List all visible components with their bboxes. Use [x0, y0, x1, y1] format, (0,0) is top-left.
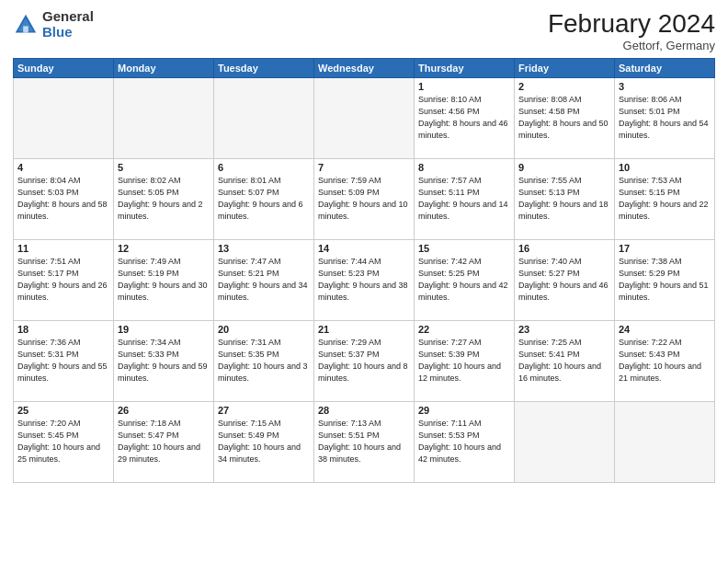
- day-info: Sunrise: 7:51 AMSunset: 5:17 PMDaylight:…: [17, 256, 109, 304]
- col-tuesday: Tuesday: [214, 59, 314, 78]
- logo-blue: Blue: [42, 25, 94, 40]
- table-row: 25Sunrise: 7:20 AMSunset: 5:45 PMDayligh…: [14, 402, 114, 483]
- day-number: 8: [418, 162, 510, 173]
- day-info: Sunrise: 7:42 AMSunset: 5:25 PMDaylight:…: [418, 256, 510, 304]
- day-number: 29: [418, 405, 510, 416]
- day-number: 12: [118, 243, 210, 254]
- table-row: 11Sunrise: 7:51 AMSunset: 5:17 PMDayligh…: [14, 240, 114, 321]
- table-row: [515, 402, 615, 483]
- month-title: February 2024: [548, 9, 715, 39]
- table-row: 19Sunrise: 7:34 AMSunset: 5:33 PMDayligh…: [114, 321, 214, 402]
- table-row: [14, 78, 114, 159]
- day-info: Sunrise: 8:04 AMSunset: 5:03 PMDaylight:…: [17, 175, 109, 223]
- table-row: 23Sunrise: 7:25 AMSunset: 5:41 PMDayligh…: [515, 321, 615, 402]
- table-row: 12Sunrise: 7:49 AMSunset: 5:19 PMDayligh…: [114, 240, 214, 321]
- day-number: 1: [418, 81, 510, 92]
- table-row: 21Sunrise: 7:29 AMSunset: 5:37 PMDayligh…: [314, 321, 415, 402]
- day-info: Sunrise: 7:13 AMSunset: 5:51 PMDaylight:…: [318, 418, 410, 465]
- day-info: Sunrise: 7:31 AMSunset: 5:35 PMDaylight:…: [218, 337, 310, 385]
- day-number: 2: [518, 81, 610, 92]
- day-info: Sunrise: 7:47 AMSunset: 5:21 PMDaylight:…: [218, 256, 310, 304]
- day-number: 6: [218, 162, 310, 173]
- calendar-table: Sunday Monday Tuesday Wednesday Thursday…: [13, 58, 715, 483]
- day-number: 10: [619, 162, 711, 173]
- day-info: Sunrise: 7:53 AMSunset: 5:15 PMDaylight:…: [619, 175, 711, 223]
- day-info: Sunrise: 7:27 AMSunset: 5:39 PMDaylight:…: [418, 337, 510, 385]
- table-row: 15Sunrise: 7:42 AMSunset: 5:25 PMDayligh…: [415, 240, 515, 321]
- page-header: General Blue February 2024 Gettorf, Germ…: [13, 9, 715, 52]
- day-number: 17: [619, 243, 711, 254]
- day-number: 14: [318, 243, 410, 254]
- table-row: 14Sunrise: 7:44 AMSunset: 5:23 PMDayligh…: [314, 240, 415, 321]
- day-info: Sunrise: 7:18 AMSunset: 5:47 PMDaylight:…: [118, 418, 210, 465]
- day-number: 4: [17, 162, 109, 173]
- table-row: 7Sunrise: 7:59 AMSunset: 5:09 PMDaylight…: [314, 159, 415, 240]
- day-info: Sunrise: 7:36 AMSunset: 5:31 PMDaylight:…: [17, 337, 109, 385]
- day-info: Sunrise: 7:25 AMSunset: 5:41 PMDaylight:…: [518, 337, 610, 385]
- day-info: Sunrise: 7:20 AMSunset: 5:45 PMDaylight:…: [17, 418, 109, 465]
- calendar-week-row: 25Sunrise: 7:20 AMSunset: 5:45 PMDayligh…: [14, 402, 715, 483]
- col-sunday: Sunday: [14, 59, 114, 78]
- day-info: Sunrise: 7:22 AMSunset: 5:43 PMDaylight:…: [619, 337, 711, 385]
- table-row: 17Sunrise: 7:38 AMSunset: 5:29 PMDayligh…: [615, 240, 715, 321]
- day-info: Sunrise: 7:59 AMSunset: 5:09 PMDaylight:…: [318, 175, 410, 223]
- table-row: 29Sunrise: 7:11 AMSunset: 5:53 PMDayligh…: [415, 402, 515, 483]
- col-thursday: Thursday: [415, 59, 515, 78]
- day-number: 18: [17, 324, 109, 335]
- day-number: 28: [318, 405, 410, 416]
- table-row: 16Sunrise: 7:40 AMSunset: 5:27 PMDayligh…: [515, 240, 615, 321]
- day-number: 9: [518, 162, 610, 173]
- svg-rect-2: [23, 26, 28, 32]
- day-info: Sunrise: 7:44 AMSunset: 5:23 PMDaylight:…: [318, 256, 410, 304]
- day-info: Sunrise: 7:15 AMSunset: 5:49 PMDaylight:…: [218, 418, 310, 465]
- calendar-header-row: Sunday Monday Tuesday Wednesday Thursday…: [14, 59, 715, 78]
- day-number: 21: [318, 324, 410, 335]
- table-row: 10Sunrise: 7:53 AMSunset: 5:15 PMDayligh…: [615, 159, 715, 240]
- table-row: 5Sunrise: 8:02 AMSunset: 5:05 PMDaylight…: [114, 159, 214, 240]
- day-info: Sunrise: 7:34 AMSunset: 5:33 PMDaylight:…: [118, 337, 210, 385]
- day-number: 11: [17, 243, 109, 254]
- day-number: 19: [118, 324, 210, 335]
- day-number: 7: [318, 162, 410, 173]
- table-row: 1Sunrise: 8:10 AMSunset: 4:56 PMDaylight…: [415, 78, 515, 159]
- table-row: [314, 78, 415, 159]
- day-info: Sunrise: 7:57 AMSunset: 5:11 PMDaylight:…: [418, 175, 510, 223]
- table-row: 3Sunrise: 8:06 AMSunset: 5:01 PMDaylight…: [615, 78, 715, 159]
- day-info: Sunrise: 7:38 AMSunset: 5:29 PMDaylight:…: [619, 256, 711, 304]
- day-info: Sunrise: 8:02 AMSunset: 5:05 PMDaylight:…: [118, 175, 210, 223]
- calendar-week-row: 1Sunrise: 8:10 AMSunset: 4:56 PMDaylight…: [14, 78, 715, 159]
- day-number: 3: [619, 81, 711, 92]
- table-row: 22Sunrise: 7:27 AMSunset: 5:39 PMDayligh…: [415, 321, 515, 402]
- day-info: Sunrise: 7:49 AMSunset: 5:19 PMDaylight:…: [118, 256, 210, 304]
- day-number: 25: [17, 405, 109, 416]
- table-row: 20Sunrise: 7:31 AMSunset: 5:35 PMDayligh…: [214, 321, 314, 402]
- day-info: Sunrise: 8:08 AMSunset: 4:58 PMDaylight:…: [518, 94, 610, 142]
- day-number: 15: [418, 243, 510, 254]
- col-saturday: Saturday: [615, 59, 715, 78]
- day-info: Sunrise: 7:29 AMSunset: 5:37 PMDaylight:…: [318, 337, 410, 385]
- table-row: [114, 78, 214, 159]
- title-block: February 2024 Gettorf, Germany: [548, 9, 715, 52]
- table-row: 28Sunrise: 7:13 AMSunset: 5:51 PMDayligh…: [314, 402, 415, 483]
- day-number: 20: [218, 324, 310, 335]
- col-friday: Friday: [515, 59, 615, 78]
- table-row: 2Sunrise: 8:08 AMSunset: 4:58 PMDaylight…: [515, 78, 615, 159]
- col-monday: Monday: [114, 59, 214, 78]
- day-number: 26: [118, 405, 210, 416]
- day-number: 13: [218, 243, 310, 254]
- day-info: Sunrise: 8:01 AMSunset: 5:07 PMDaylight:…: [218, 175, 310, 223]
- day-number: 16: [518, 243, 610, 254]
- day-number: 5: [118, 162, 210, 173]
- day-info: Sunrise: 7:55 AMSunset: 5:13 PMDaylight:…: [518, 175, 610, 223]
- table-row: 6Sunrise: 8:01 AMSunset: 5:07 PMDaylight…: [214, 159, 314, 240]
- table-row: 4Sunrise: 8:04 AMSunset: 5:03 PMDaylight…: [14, 159, 114, 240]
- day-info: Sunrise: 7:40 AMSunset: 5:27 PMDaylight:…: [518, 256, 610, 304]
- day-number: 24: [619, 324, 711, 335]
- table-row: [615, 402, 715, 483]
- day-info: Sunrise: 7:11 AMSunset: 5:53 PMDaylight:…: [418, 418, 510, 465]
- table-row: 24Sunrise: 7:22 AMSunset: 5:43 PMDayligh…: [615, 321, 715, 402]
- table-row: 26Sunrise: 7:18 AMSunset: 5:47 PMDayligh…: [114, 402, 214, 483]
- table-row: [214, 78, 314, 159]
- logo: General Blue: [13, 9, 94, 40]
- table-row: 9Sunrise: 7:55 AMSunset: 5:13 PMDaylight…: [515, 159, 615, 240]
